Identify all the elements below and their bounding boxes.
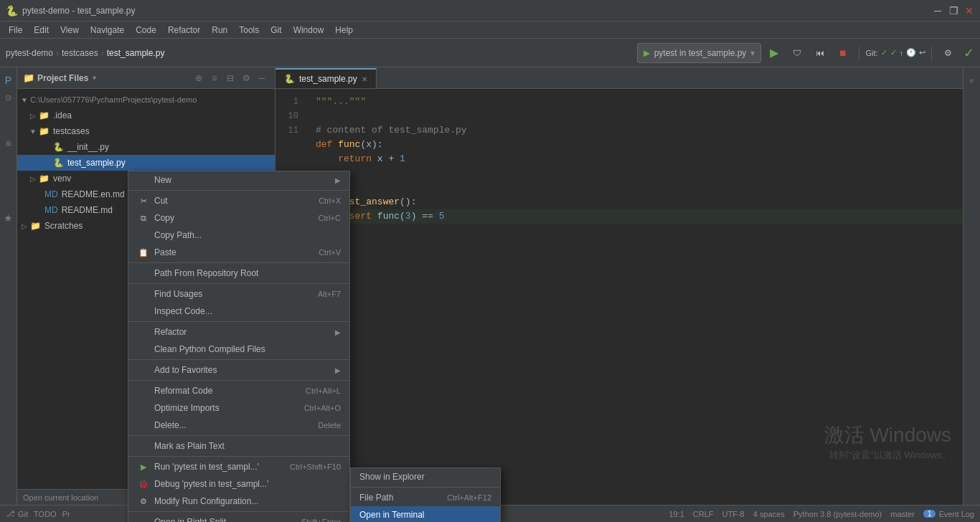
menu-window[interactable]: Window [288,24,330,37]
cm-new-label: New [154,175,335,185]
cm-find-label: Find Usages [154,289,318,299]
coverage-button[interactable]: 🛡 [787,43,807,63]
tab-close-button[interactable]: ✕ [362,75,367,83]
menu-navigate[interactable]: Navigate [85,24,130,37]
sidebar-structure-icon[interactable]: ≡ [1,136,16,151]
cm-run[interactable]: ▶ Run 'pytest in test_sampl...' Ctrl+Shi… [128,458,349,475]
sm-show-explorer[interactable]: Show in Explorer [351,468,500,485]
project-header: 📁 Project Files ▾ ⊕ ≡ ⊟ ⚙ ─ [17,67,275,89]
sm-filepath-label: File Path [359,493,447,503]
close-button[interactable]: ✕ [964,6,974,16]
menu-view[interactable]: View [55,24,85,37]
git-revert-icon[interactable]: ↩ [919,48,925,57]
run-config-selector[interactable]: ▶ pytest in test_sample.py ▾ [637,43,762,63]
tab-icon: 🐍 [284,74,295,84]
cm-fav-arrow: ▶ [335,366,341,374]
statusbar-python[interactable]: Python 3.8 (pytest-demo) [793,510,882,518]
cm-optimize-imports[interactable]: Optimize Imports Ctrl+Alt+O [128,399,349,417]
statusbar-git-label: Git [18,510,28,518]
statusbar-todo[interactable]: TODO [34,510,57,518]
cm-refactor-label: Refactor [154,327,335,337]
cm-paste[interactable]: 📋 Paste Ctrl+V [128,244,349,261]
git-checkmark1[interactable]: ✓ [881,48,887,57]
close-panel-button[interactable]: ─ [255,71,269,85]
cm-sep4 [128,321,349,322]
cm-find-usages[interactable]: Find Usages Alt+F7 [128,285,349,303]
editor-tab-test-sample[interactable]: 🐍 test_sample.py ✕ [275,68,377,88]
statusbar-branch[interactable]: master [890,510,915,518]
sm-file-path[interactable]: File Path Ctrl+Alt+F12 [351,489,500,506]
cm-add-favorites[interactable]: Add to Favorites ▶ [128,361,349,379]
menu-refactor[interactable]: Refactor [162,24,206,37]
readme-label: README.md [62,205,113,215]
sm-open-terminal[interactable]: Open in Terminal [351,506,500,522]
breadcrumb-testcases[interactable]: testcases [62,48,98,58]
settings-button[interactable]: ⚙ [938,43,958,63]
cm-modify-run[interactable]: ⚙ Modify Run Configuration... [128,493,349,510]
statusbar-linesep[interactable]: CRLF [693,510,714,518]
git-push-icon[interactable]: ↑ [900,49,904,57]
locate-file-button[interactable]: ⊕ [192,71,206,85]
code-line-5: return x + 1 [310,152,963,166]
sidebar-project-icon[interactable]: P [1,73,16,87]
statusbar-eventlog[interactable]: 1 Event Log [923,510,974,518]
menu-run[interactable]: Run [206,24,233,37]
tree-root-path[interactable]: ▼ C:\Users\057776\PycharmProjects\pytest… [17,92,275,108]
cm-copy[interactable]: ⧉ Copy Ctrl+C [128,209,349,227]
test-sample-label: test_sample.py [67,158,126,168]
tree-item-testcases[interactable]: ▼ 📁 testcases [17,123,275,139]
cm-new[interactable]: New ▶ [128,171,349,189]
statusbar-todo-label: TODO [34,510,57,518]
statusbar-position[interactable]: 19:1 [669,510,684,518]
statusbar-git[interactable]: ⎇ Git [6,509,28,518]
menu-edit[interactable]: Edit [28,24,55,37]
code-area[interactable]: """...""" # content of test_sample.py de… [310,95,963,224]
tree-item-idea[interactable]: ▷ 📁 .idea [17,108,275,123]
tree-item-test-sample[interactable]: 🐍 test_sample.py [17,155,275,171]
menu-help[interactable]: Help [329,24,359,37]
cm-copy-path[interactable]: Copy Path... [128,227,349,244]
breadcrumb-file[interactable]: test_sample.py [107,48,165,58]
cm-delete[interactable]: Delete... Delete [128,417,349,434]
cm-inspect-label: Inspect Code... [154,306,341,316]
debug-back-button[interactable]: ⏮ [810,43,830,63]
menu-code[interactable]: Code [130,24,162,37]
code-line-6 [310,166,963,181]
cm-open-right-split[interactable]: Open in Right Split Shift+Enter [128,513,349,522]
minimize-button[interactable]: ─ [933,6,943,16]
cm-mark-plain-label: Mark as Plain Text [154,441,341,451]
cm-reformat[interactable]: Reformat Code Ctrl+Alt+L [128,382,349,399]
menu-file[interactable]: File [3,24,28,37]
menu-git[interactable]: Git [265,24,287,37]
cm-debug[interactable]: 🐞 Debug 'pytest in test_sampl...' [128,475,349,493]
cm-path-from-repo[interactable]: Path From Repository Root [128,265,349,282]
collapse-all-button[interactable]: ≡ [207,71,222,85]
git-checkmark2[interactable]: ✓ [890,48,897,57]
stop-button[interactable]: ⏹ [833,43,853,63]
breadcrumb-project[interactable]: pytest-demo [6,48,53,58]
breadcrumb-sep2: › [101,48,104,58]
statusbar-encoding[interactable]: UTF-8 [722,510,745,518]
gear-button[interactable]: ⚙ [239,71,253,85]
tree-view-options-button[interactable]: ⊟ [223,71,237,85]
maximize-button[interactable]: ❐ [948,6,958,16]
cm-cut[interactable]: ✂ Cut Ctrl+X [128,192,349,209]
statusbar-pr[interactable]: Pr [62,510,70,518]
cm-inspect[interactable]: Inspect Code... [128,303,349,320]
git-history-icon[interactable]: 🕐 [906,48,916,57]
sidebar-favorites-icon[interactable]: ★ [1,211,16,225]
cm-clean-compiled[interactable]: Clean Python Compiled Files [128,341,349,358]
right-sidebar: ≡ [963,67,980,505]
cm-debug-icon: 🐞 [137,480,150,489]
menu-tools[interactable]: Tools [233,24,265,37]
idea-label: .idea [53,110,72,120]
run-button[interactable]: ▶ [764,43,784,63]
tree-item-init[interactable]: 🐍 __init__.py [17,139,275,155]
sidebar-commit-icon[interactable]: ⊙ [1,90,16,105]
project-dropdown-icon[interactable]: ▾ [93,74,96,82]
cm-new-arrow: ▶ [335,176,341,184]
right-sidebar-icon1[interactable]: ≡ [965,73,979,87]
cm-mark-plain[interactable]: Mark as Plain Text [128,437,349,455]
cm-refactor[interactable]: Refactor ▶ [128,323,349,341]
statusbar-indent[interactable]: 4 spaces [753,510,785,518]
